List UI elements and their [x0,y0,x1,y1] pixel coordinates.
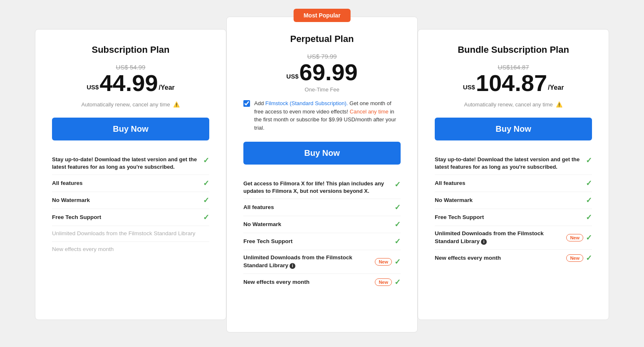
currency-label-subscription: US$ [87,84,99,91]
check-icon-perpetual-2: ✓ [394,237,401,246]
plan-title-perpetual: Perpetual Plan [243,34,401,44]
feature-item-bundle-3: Unlimited Downloads from the Filmstock S… [435,226,592,250]
check-icon-subscription-1: ✓ [203,196,209,205]
auto-renew-bundle: Automatically renew, cancel any time ⚠️ [435,101,592,108]
plan-card-subscription: Subscription PlanUS$ 54.99US$44.99/YearA… [35,29,226,320]
price-big-bundle: 104.87 [476,71,547,95]
price-big-perpetual: 69.99 [300,61,358,84]
buy-now-button-bundle[interactable]: Buy Now [435,118,592,140]
feature-text-perpetual-2: Free Tech Support [243,238,394,246]
addon-checkbox[interactable] [243,100,250,107]
check-description-perpetual: ✓ [394,180,401,189]
feature-item-perpetual-2: Free Tech Support ✓ [243,233,401,250]
description-text-subscription: Stay up-to-date! Download the latest ver… [52,156,203,171]
feature-item-bundle-0: All features ✓ [435,175,592,192]
check-icon-bundle-1: ✓ [586,196,592,205]
plan-description-subscription: Stay up-to-date! Download the latest ver… [52,152,209,175]
feature-item-subscription-2: Free Tech Support ✓ [52,209,209,226]
new-badge-bundle-4: New [566,254,583,262]
price-section-bundle: US$164.87US$104.87/Year [435,64,592,95]
features-list-bundle: All features ✓ No Watermark ✓ Free Tech … [435,175,592,266]
feature-item-subscription-1: No Watermark ✓ [52,192,209,209]
feature-text-perpetual-0: All features [243,204,394,212]
feature-item-subscription-0: All features ✓ [52,175,209,192]
filmstock-link[interactable]: Filmstock (Standard Subscription). [265,100,348,106]
feature-item-perpetual-0: All features ✓ [243,199,401,216]
currency-label-perpetual: US$ [286,73,298,80]
price-section-perpetual: US$ 79.99US$69.99One-Time Fee [243,53,401,93]
feature-text-subscription-4: New effects every month [52,246,209,253]
feature-item-subscription-3: Unlimited Downloads from the Filmstock S… [52,226,209,242]
feature-right-perpetual-4: New ✓ [375,278,401,287]
cancel-link[interactable]: Cancel any time [350,108,389,115]
feature-text-bundle-2: Free Tech Support [435,214,586,221]
price-big-subscription: 44.99 [99,71,158,95]
feature-right-bundle-0: ✓ [586,179,592,188]
feature-text-subscription-1: No Watermark [52,197,203,204]
check-description-bundle: ✓ [586,156,592,165]
plan-card-perpetual: Most PopularPerpetual PlanUS$ 79.99US$69… [226,17,418,332]
most-popular-badge: Most Popular [294,9,351,22]
feature-right-bundle-1: ✓ [586,196,592,205]
new-badge-bundle-3: New [566,234,583,241]
check-description-subscription: ✓ [203,156,209,165]
feature-text-subscription-3: Unlimited Downloads from the Filmstock S… [52,230,209,238]
feature-text-perpetual-4: New effects every month [243,278,375,286]
price-period-subscription: /Year [159,84,175,91]
feature-item-perpetual-3: Unlimited Downloads from the Filmstock S… [243,250,401,274]
feature-item-perpetual-4: New effects every month New ✓ [243,274,401,290]
plan-title-bundle: Bundle Subscription Plan [435,44,592,55]
auto-renew-subscription: Automatically renew, cancel any time ⚠️ [52,101,209,108]
feature-right-bundle-3: New ✓ [566,233,592,242]
feature-text-subscription-0: All features [52,180,203,187]
feature-item-perpetual-1: No Watermark ✓ [243,216,401,233]
feature-item-bundle-4: New effects every month New ✓ [435,250,592,266]
feature-right-perpetual-1: ✓ [394,220,401,229]
feature-right-perpetual-2: ✓ [394,237,401,246]
feature-item-bundle-2: Free Tech Support ✓ [435,209,592,226]
plan-title-subscription: Subscription Plan [52,44,209,55]
check-icon-perpetual-3: ✓ [394,257,401,266]
addon-box: Add Filmstock (Standard Subscription). G… [243,99,401,132]
addon-text: Add Filmstock (Standard Subscription). G… [254,99,401,132]
features-list-perpetual: All features ✓ No Watermark ✓ Free Tech … [243,199,401,290]
plan-card-bundle: Bundle Subscription PlanUS$164.87US$104.… [418,29,609,320]
price-period-bundle: /Year [548,84,564,91]
feature-right-perpetual-0: ✓ [394,203,401,212]
check-icon-bundle-3: ✓ [586,233,592,242]
check-icon-perpetual-0: ✓ [394,203,401,212]
description-text-bundle: Stay up-to-date! Download the latest ver… [435,156,586,171]
warning-icon-subscription: ⚠️ [173,101,180,108]
check-icon-bundle-0: ✓ [586,179,592,188]
price-note-perpetual: One-Time Fee [243,86,401,93]
feature-text-perpetual-1: No Watermark [243,221,394,229]
feature-item-bundle-1: No Watermark ✓ [435,192,592,209]
feature-right-subscription-1: ✓ [203,196,209,205]
info-icon-perpetual-3: i [290,263,295,269]
plan-description-bundle: Stay up-to-date! Download the latest ver… [435,152,592,175]
feature-text-perpetual-3: Unlimited Downloads from the Filmstock S… [243,254,375,270]
feature-text-bundle-3: Unlimited Downloads from the Filmstock S… [435,230,566,246]
check-icon-bundle-2: ✓ [586,213,592,222]
feature-right-bundle-2: ✓ [586,213,592,222]
new-badge-perpetual-3: New [375,258,392,266]
price-section-subscription: US$ 54.99US$44.99/Year [52,64,209,95]
description-text-perpetual: Get access to Filmora X for life! This p… [243,180,394,195]
buy-now-button-perpetual[interactable]: Buy Now [243,142,401,165]
features-list-subscription: All features ✓ No Watermark ✓ Free Tech … [52,175,209,257]
info-icon-bundle-3: i [481,239,487,245]
feature-text-subscription-2: Free Tech Support [52,214,203,221]
currency-label-bundle: US$ [463,84,475,91]
check-icon-perpetual-4: ✓ [394,278,401,287]
check-icon-subscription-2: ✓ [203,213,209,222]
warning-icon-bundle: ⚠️ [556,101,562,108]
feature-text-bundle-0: All features [435,180,586,187]
check-icon-bundle-4: ✓ [586,253,592,263]
feature-right-subscription-2: ✓ [203,213,209,222]
new-badge-perpetual-4: New [375,278,392,286]
feature-item-subscription-4: New effects every month [52,242,209,257]
feature-text-bundle-1: No Watermark [435,197,586,204]
buy-now-button-subscription[interactable]: Buy Now [52,118,209,140]
check-icon-perpetual-1: ✓ [394,220,401,229]
plan-description-perpetual: Get access to Filmora X for life! This p… [243,176,401,199]
